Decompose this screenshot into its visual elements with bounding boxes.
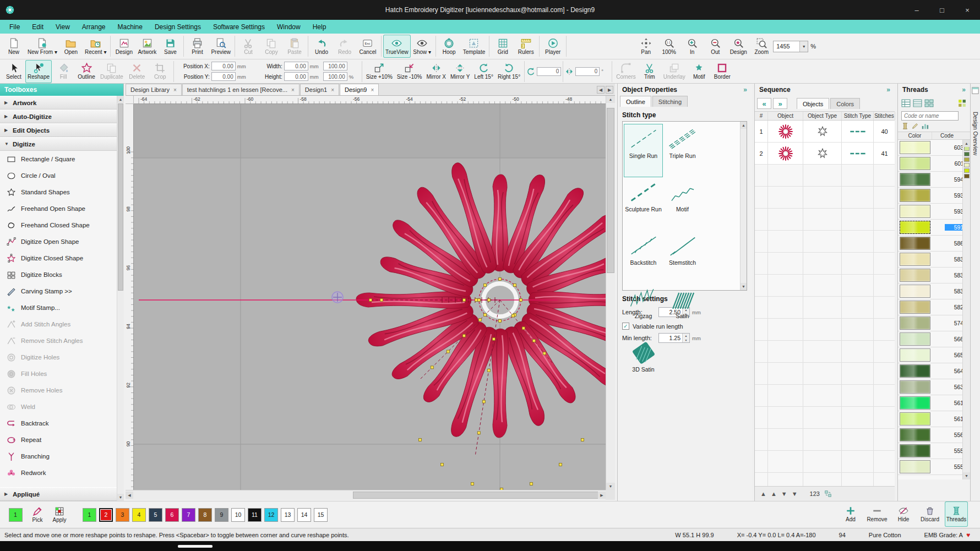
- toolboxes-scrollbar[interactable]: ▲ ▼: [117, 96, 124, 501]
- toolbox-section-edit-objects[interactable]: ▶Edit Objects: [0, 123, 123, 137]
- add-button[interactable]: Add: [839, 501, 862, 527]
- toolbox-item-fill-holes[interactable]: Fill Holes: [0, 365, 123, 382]
- scroll-down-icon[interactable]: ▼: [117, 494, 124, 501]
- doc-tab-design-library[interactable]: Design Library×: [126, 84, 182, 95]
- doc-tab-test-hatchlings-1-en-lessen-recove[interactable]: test hatchlings 1 en lessen [Recove...×: [182, 84, 300, 95]
- palette-swatch-13[interactable]: 13: [281, 508, 295, 522]
- menu-help[interactable]: Help: [307, 20, 333, 34]
- thread-spool-icon[interactable]: [901, 122, 909, 130]
- recent-button[interactable]: Recent ▾: [83, 35, 108, 58]
- menu-software-settings[interactable]: Software Settings: [207, 20, 271, 34]
- threads-button[interactable]: Threads: [945, 501, 968, 527]
- design-canvas[interactable]: -64-62-60-58-56-54-52-50-48 100989694929…: [126, 96, 615, 500]
- chevron-down-icon[interactable]: ▼: [799, 41, 808, 52]
- toolbox-section-auto-digitize[interactable]: ▶Auto-Digitize: [0, 110, 123, 123]
- palette-swatch-9[interactable]: 9: [215, 508, 228, 522]
- thread-list-icon[interactable]: [913, 99, 922, 108]
- template-button[interactable]: Template: [461, 35, 488, 58]
- outline-button[interactable]: Outline: [75, 60, 98, 83]
- thread-row-5822[interactable]: 5822: [898, 299, 970, 315]
- print-button[interactable]: Print: [186, 35, 209, 58]
- motif-button[interactable]: Motif: [688, 60, 711, 83]
- renumber-icon[interactable]: [824, 490, 832, 498]
- remove-button[interactable]: Remove: [865, 501, 889, 527]
- save-button[interactable]: Save: [159, 35, 182, 58]
- palette-swatch-12[interactable]: 12: [264, 508, 278, 522]
- preview-button[interactable]: Preview: [209, 35, 233, 58]
- paste-button[interactable]: Paste: [283, 35, 306, 58]
- toolbox-item-rectangle-square[interactable]: Rectangle / Square: [0, 151, 123, 167]
- discard-button[interactable]: Discard: [918, 501, 941, 527]
- close-tab-icon[interactable]: ×: [173, 87, 177, 93]
- toolbox-item-circle-oval[interactable]: Circle / Oval: [0, 167, 123, 184]
- size-10-button[interactable]: Size -10%: [395, 60, 424, 83]
- rulers-button[interactable]: Rulers: [514, 35, 537, 58]
- mirror-y-button[interactable]: Mirror Y: [448, 60, 472, 83]
- palette-swatch-1[interactable]: 1: [83, 508, 96, 522]
- mirror-x-button[interactable]: Mirror X: [424, 60, 448, 83]
- palette-swatch-14[interactable]: 14: [297, 508, 311, 522]
- stitch-type-triple-run[interactable]: Triple Run: [663, 124, 702, 177]
- menu-window[interactable]: Window: [271, 20, 307, 34]
- menu-view[interactable]: View: [50, 20, 76, 34]
- canvas-drawing-area[interactable]: [134, 104, 606, 490]
- menu-machine[interactable]: Machine: [112, 20, 149, 34]
- crop-button[interactable]: Crop: [149, 60, 172, 83]
- design-button[interactable]: Design: [727, 35, 750, 58]
- scroll-right-icon[interactable]: ▶: [598, 492, 606, 499]
- menu-design-settings[interactable]: Design Settings: [149, 20, 207, 34]
- artwork-button[interactable]: Artwork: [135, 35, 159, 58]
- tab-stitching[interactable]: Stitching: [652, 96, 688, 107]
- thread-row-5664[interactable]: 5664: [898, 331, 970, 347]
- scroll-up-icon[interactable]: ▲: [741, 122, 747, 129]
- thread-chart-icon[interactable]: [921, 122, 929, 130]
- current-color-swatch[interactable]: 1: [9, 508, 23, 522]
- doc-tab-design1[interactable]: Design1×: [300, 84, 339, 95]
- toolbox-item-digitize-holes[interactable]: Digitize Holes: [0, 349, 123, 365]
- width-input[interactable]: [284, 62, 308, 70]
- redo-button[interactable]: Redo: [333, 35, 356, 58]
- new-from-button[interactable]: New From ▾: [25, 35, 59, 58]
- stitch-type-stemstitch[interactable]: Stemstitch: [663, 231, 702, 284]
- thread-row-5650[interactable]: 5650: [898, 347, 970, 363]
- select-button[interactable]: Select: [2, 60, 25, 83]
- corners-button[interactable]: Corners: [614, 60, 638, 83]
- pick-color-button[interactable]: Pick: [26, 502, 48, 527]
- threads-scrollbar[interactable]: ▲▼: [962, 140, 970, 479]
- show-numbers-toggle[interactable]: 123: [810, 490, 820, 497]
- stitch-type-backstitch[interactable]: Backstitch: [624, 231, 663, 284]
- thread-row-6031[interactable]: 6031: [898, 140, 970, 156]
- thread-row-5833[interactable]: 5833: [898, 252, 970, 268]
- toolbox-section-artwork[interactable]: ▶Artwork: [0, 96, 123, 110]
- copy-button[interactable]: Copy: [260, 35, 283, 58]
- sequence-row[interactable]: 241: [755, 143, 895, 165]
- embroidery-design[interactable]: [134, 104, 606, 490]
- thread-row-5643[interactable]: 5643: [898, 363, 970, 379]
- scroll-down-icon[interactable]: ▼: [963, 472, 970, 479]
- palette-swatch-10[interactable]: 10: [231, 508, 245, 522]
- thread-row-5933[interactable]: 5933: [898, 204, 970, 220]
- toolbox-item-carving-stamp[interactable]: Carving Stamp >>: [0, 283, 123, 299]
- cancel-button[interactable]: EscCancel: [356, 35, 379, 58]
- scroll-up-icon[interactable]: ▲: [963, 140, 970, 147]
- toolbox-item-digitize-closed-shape[interactable]: Digitize Closed Shape: [0, 250, 123, 266]
- new-button[interactable]: New: [2, 35, 25, 58]
- toolbox-item-add-stitch-angles[interactable]: Add Stitch Angles: [0, 316, 123, 332]
- out-button[interactable]: Out: [704, 35, 727, 58]
- scroll-up-icon[interactable]: ▲: [606, 96, 615, 103]
- hide-button[interactable]: Hide: [892, 501, 915, 527]
- collapse-panel-icon[interactable]: »: [743, 86, 747, 94]
- open-button[interactable]: Open: [59, 35, 83, 58]
- thread-row-5565[interactable]: 5565: [898, 427, 970, 443]
- palette-swatch-6[interactable]: 6: [165, 508, 179, 522]
- move-up-button[interactable]: ▲: [771, 490, 777, 497]
- stitch-type-motif[interactable]: Motif: [663, 177, 702, 231]
- move-last-button[interactable]: ▼: [792, 490, 798, 497]
- scroll-down-icon[interactable]: ▼: [741, 283, 747, 290]
- tab-outline[interactable]: Outline: [620, 96, 651, 107]
- player-button[interactable]: Player: [541, 35, 564, 58]
- close-tab-icon[interactable]: ×: [371, 87, 374, 93]
- thread-palette-icon[interactable]: [957, 99, 967, 108]
- palette-swatch-11[interactable]: 11: [248, 508, 262, 522]
- duplicate-button[interactable]: Duplicate: [98, 60, 126, 83]
